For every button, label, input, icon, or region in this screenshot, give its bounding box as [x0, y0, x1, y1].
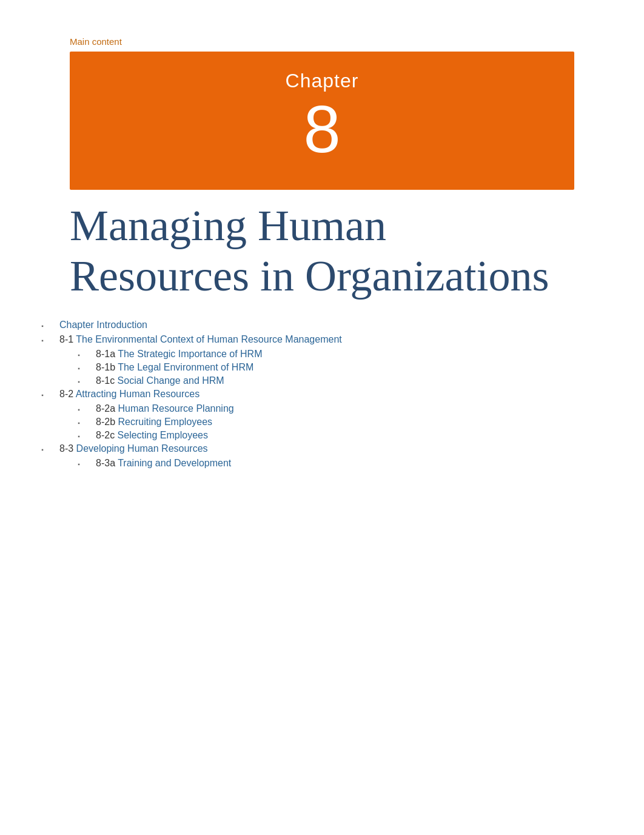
chapter-banner: Chapter 8 — [70, 52, 574, 190]
toc-bullet-icon: ▪ — [73, 365, 85, 372]
toc-item-8-2: ▪8-2 Attracting Human Resources — [36, 389, 644, 400]
toc-bullet-icon: ▪ — [36, 446, 49, 453]
table-of-contents: ▪Chapter Introduction▪8-1 The Environmen… — [36, 320, 644, 469]
toc-item-8-2c: ▪8-2c Selecting Employees — [36, 430, 644, 441]
toc-link-8-2a[interactable]: Human Resource Planning — [118, 403, 233, 414]
toc-item-8-1b: ▪8-1b The Legal Environment of HRM — [36, 362, 644, 373]
toc-number-8-2: 8-2 — [59, 389, 76, 399]
toc-number-8-2c: 8-2c — [96, 430, 118, 440]
toc-number-8-3: 8-3 — [59, 443, 76, 454]
chapter-number: 8 — [82, 92, 562, 166]
toc-item-8-3a: ▪8-3a Training and Development — [36, 458, 644, 469]
toc-link-8-1[interactable]: The Environmental Context of Human Resou… — [76, 334, 341, 344]
chapter-title: Managing Human Resources in Organization… — [70, 201, 574, 301]
toc-item-8-2a: ▪8-2a Human Resource Planning — [36, 403, 644, 414]
toc-number-8-1c: 8-1c — [96, 375, 118, 386]
toc-bullet-icon: ▪ — [73, 420, 85, 426]
toc-link-intro[interactable]: Chapter Introduction — [59, 320, 147, 330]
toc-link-8-2b[interactable]: Recruiting Employees — [118, 417, 212, 427]
toc-link-8-1a[interactable]: The Strategic Importance of HRM — [118, 349, 262, 359]
page-container: Main content Chapter 8 Managing Human Re… — [0, 0, 644, 508]
toc-link-8-1c[interactable]: Social Change and HRM — [118, 375, 224, 386]
toc-item-8-1c: ▪8-1c Social Change and HRM — [36, 375, 644, 386]
toc-number-8-1: 8-1 — [59, 334, 76, 344]
toc-bullet-icon: ▪ — [36, 337, 49, 344]
toc-item-8-2b: ▪8-2b Recruiting Employees — [36, 417, 644, 428]
toc-link-8-3a[interactable]: Training and Development — [118, 458, 231, 468]
toc-bullet-icon: ▪ — [36, 392, 49, 398]
toc-number-8-2b: 8-2b — [96, 417, 118, 427]
toc-link-8-2c[interactable]: Selecting Employees — [118, 430, 208, 440]
toc-bullet-icon: ▪ — [73, 461, 85, 468]
toc-item-intro: ▪Chapter Introduction — [36, 320, 644, 330]
toc-item-8-3: ▪8-3 Developing Human Resources — [36, 443, 644, 454]
toc-bullet-icon: ▪ — [73, 378, 85, 385]
toc-item-8-1: ▪8-1 The Environmental Context of Human … — [36, 334, 644, 345]
toc-number-8-2a: 8-2a — [96, 403, 118, 414]
toc-bullet-icon: ▪ — [73, 352, 85, 358]
toc-number-8-1a: 8-1a — [96, 349, 118, 359]
toc-number-8-1b: 8-1b — [96, 362, 118, 372]
toc-link-8-2[interactable]: Attracting Human Resources — [76, 389, 200, 399]
toc-bullet-icon: ▪ — [36, 323, 49, 329]
toc-item-8-1a: ▪8-1a The Strategic Importance of HRM — [36, 349, 644, 360]
toc-link-8-3[interactable]: Developing Human Resources — [76, 443, 208, 454]
toc-link-8-1b[interactable]: The Legal Environment of HRM — [118, 362, 253, 372]
main-content-link[interactable]: Main content — [70, 36, 644, 47]
toc-bullet-icon: ▪ — [73, 406, 85, 413]
toc-bullet-icon: ▪ — [73, 433, 85, 440]
chapter-word: Chapter — [82, 70, 562, 92]
toc-number-8-3a: 8-3a — [96, 458, 118, 468]
